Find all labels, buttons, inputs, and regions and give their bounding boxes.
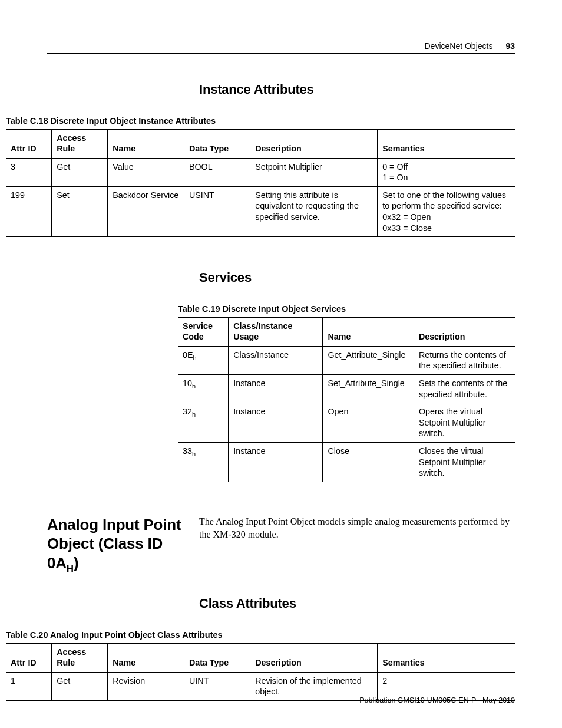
th-name: Name: [108, 130, 184, 159]
th-attr-id: Attr ID: [6, 644, 52, 673]
table-cell: Opens the virtual Setpoint Multiplier sw…: [414, 403, 515, 443]
th-name: Name: [323, 318, 414, 347]
table-row: 33hInstanceCloseCloses the virtual Setpo…: [178, 442, 515, 482]
table-c20-caption: Table C.20 Analog Input Point Object Cla…: [6, 630, 515, 640]
table-c18: Attr ID Access Rule Name Data Type Descr…: [6, 129, 515, 237]
table-cell: Get: [52, 672, 108, 700]
table-cell: Close: [323, 442, 414, 482]
table-cell: 10h: [178, 375, 229, 403]
publication-footer: Publication GMSI10-UM005C-EN-P - May 201…: [359, 696, 515, 704]
table-cell: Setpoint Multiplier: [250, 158, 378, 186]
header-section-title: DeviceNet Objects: [424, 41, 492, 51]
table-cell: Set_Attribute_Single: [323, 375, 414, 403]
table-header-row: Attr ID Access Rule Name Data Type Descr…: [6, 130, 515, 159]
th-description: Description: [250, 644, 378, 673]
heading-subscript: H: [67, 563, 74, 574]
table-cell: Revision of the implemented object.: [250, 672, 378, 700]
table-cell: Get: [52, 158, 108, 186]
table-cell: 1: [6, 672, 52, 700]
table-cell: 199: [6, 186, 52, 236]
page-header: DeviceNet Objects 93: [47, 41, 515, 54]
th-access-rule: Access Rule: [52, 130, 108, 159]
table-cell: Returns the contents of the specified at…: [414, 346, 515, 374]
table-c19: Service Code Class/Instance Usage Name D…: [178, 317, 515, 482]
table-row: 3GetValueBOOLSetpoint Multiplier0 = Off1…: [6, 158, 515, 186]
th-description: Description: [250, 130, 378, 159]
table-cell: 32h: [178, 403, 229, 443]
th-class-instance-usage: Class/Instance Usage: [229, 318, 323, 347]
th-name: Name: [108, 644, 184, 673]
table-cell: Instance: [229, 375, 323, 403]
analog-input-point-object-heading: Analog Input Point Object (Class ID 0AH): [47, 515, 187, 575]
table-cell: UINT: [184, 672, 250, 700]
table-row: 32hInstanceOpenOpens the virtual Setpoin…: [178, 403, 515, 443]
instance-attributes-heading: Instance Attributes: [199, 82, 515, 97]
th-attr-id: Attr ID: [6, 130, 52, 159]
table-cell: 33h: [178, 442, 229, 482]
th-data-type: Data Type: [184, 644, 250, 673]
services-heading: Services: [199, 270, 515, 285]
table-row: 199SetBackdoor ServiceUSINTSetting this …: [6, 186, 515, 236]
table-cell: Revision: [108, 672, 184, 700]
table-cell: Sets the contents of the specified attri…: [414, 375, 515, 403]
table-cell: 0Eh: [178, 346, 229, 374]
table-header-row: Service Code Class/Instance Usage Name D…: [178, 318, 515, 347]
table-c19-caption: Table C.19 Discrete Input Object Service…: [178, 304, 515, 314]
th-data-type: Data Type: [184, 130, 250, 159]
table-cell: BOOL: [184, 158, 250, 186]
table-cell: Value: [108, 158, 184, 186]
class-attributes-heading: Class Attributes: [199, 596, 515, 611]
table-row: 0EhClass/InstanceGet_Attribute_SingleRet…: [178, 346, 515, 374]
th-access-rule: Access Rule: [52, 644, 108, 673]
table-cell: Get_Attribute_Single: [323, 346, 414, 374]
header-page-number: 93: [505, 41, 515, 51]
table-cell: USINT: [184, 186, 250, 236]
analog-input-body-text: The Analog Input Point Object models sim…: [199, 515, 515, 542]
table-row: 10hInstanceSet_Attribute_SingleSets the …: [178, 375, 515, 403]
table-c18-caption: Table C.18 Discrete Input Object Instanc…: [6, 116, 515, 126]
table-c20: Attr ID Access Rule Name Data Type Descr…: [6, 643, 515, 701]
th-service-code: Service Code: [178, 318, 229, 347]
table-cell: Set to one of the following values to pe…: [378, 186, 515, 236]
table-header-row: Attr ID Access Rule Name Data Type Descr…: [6, 644, 515, 673]
th-semantics: Semantics: [378, 644, 515, 673]
table-cell: Instance: [229, 403, 323, 443]
table-cell: 3: [6, 158, 52, 186]
heading-text-post: ): [74, 554, 78, 572]
th-semantics: Semantics: [378, 130, 515, 159]
table-cell: Class/Instance: [229, 346, 323, 374]
table-cell: Setting this attribute is equivalent to …: [250, 186, 378, 236]
table-cell: Backdoor Service: [108, 186, 184, 236]
table-cell: Set: [52, 186, 108, 236]
table-cell: Instance: [229, 442, 323, 482]
th-description: Description: [414, 318, 515, 347]
table-cell: Open: [323, 403, 414, 443]
table-cell: 0 = Off1 = On: [378, 158, 515, 186]
table-cell: Closes the virtual Setpoint Multiplier s…: [414, 442, 515, 482]
